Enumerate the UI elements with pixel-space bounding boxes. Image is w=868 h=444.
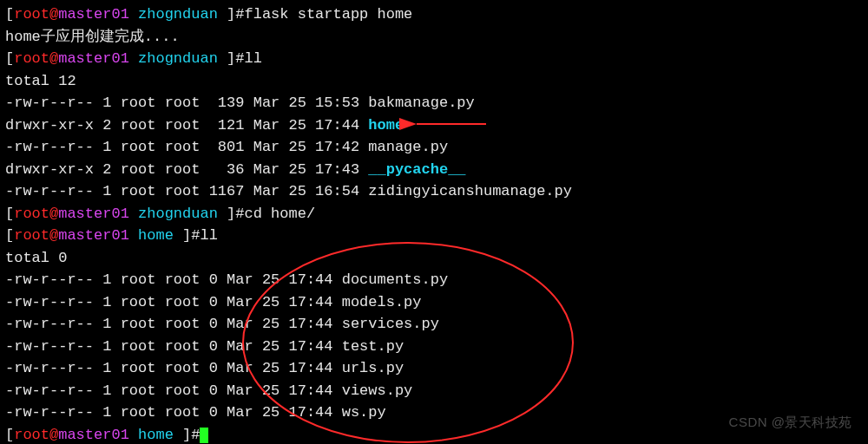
- watermark: CSDN @景天科技苑: [729, 413, 852, 433]
- prompt-dir: zhognduan: [138, 6, 218, 23]
- file-name: models.py: [342, 294, 422, 310]
- command-ll-1: ll: [244, 50, 261, 67]
- file-name: services.py: [342, 316, 439, 332]
- file-name: urls.py: [342, 360, 404, 376]
- command-startapp: flask startapp home: [244, 6, 412, 23]
- file-listing-row: -rw-r--r-- 1 root root 0 Mar 25 17:44 mo…: [5, 291, 863, 314]
- output-total-12: total 12: [5, 70, 863, 93]
- file-name: zidingyicanshumanage.py: [368, 183, 572, 199]
- prompt-line-4: [root@master01 home ]#ll: [5, 225, 863, 247]
- file-listing-row: -rw-r--r-- 1 root root 801 Mar 25 17:42 …: [5, 136, 863, 159]
- file-listing-row: -rw-r--r-- 1 root root 0 Mar 25 17:44 do…: [5, 269, 863, 291]
- file-name: bakmanage.py: [368, 95, 474, 111]
- prompt-line-2: [root@master01 zhognduan ]#ll: [5, 48, 863, 70]
- command-ll-2: ll: [200, 227, 217, 244]
- output-created: home子应用创建完成....: [5, 26, 863, 49]
- prompt-dir-home: home: [138, 227, 174, 244]
- prompt-line-1: [root@master01 zhognduan ]#flask startap…: [5, 3, 863, 26]
- prompt-user: root: [14, 6, 49, 23]
- file-listing-row: drwxr-xr-x 2 root root 121 Mar 25 17:44 …: [5, 114, 863, 137]
- file-name: __pycache__: [368, 161, 465, 178]
- file-listing-row: -rw-r--r-- 1 root root 0 Mar 25 17:44 ur…: [5, 357, 863, 380]
- file-listing-row: -rw-r--r-- 1 root root 0 Mar 25 17:44 se…: [5, 313, 863, 336]
- prompt-line-3: [root@master01 zhognduan ]#cd home/: [5, 203, 863, 225]
- file-listing-row: -rw-r--r-- 1 root root 0 Mar 25 17:44 te…: [5, 336, 863, 358]
- file-listing-row: -rw-r--r-- 1 root root 0 Mar 25 17:44 vi…: [5, 380, 863, 402]
- file-listing-row: -rw-r--r-- 1 root root 139 Mar 25 15:53 …: [5, 92, 863, 114]
- cursor[interactable]: [200, 428, 208, 443]
- file-listing-row: -rw-r--r-- 1 root root 1167 Mar 25 16:54…: [5, 180, 863, 203]
- output-total-0: total 0: [5, 247, 863, 270]
- file-name: documents.py: [342, 271, 448, 288]
- file-name: home: [368, 117, 404, 134]
- file-name: test.py: [342, 338, 404, 355]
- file-name: views.py: [342, 382, 413, 399]
- file-name: ws.py: [342, 404, 386, 421]
- prompt-host: master01: [58, 6, 129, 23]
- file-name: manage.py: [368, 139, 448, 155]
- file-listing-row: drwxr-xr-x 2 root root 36 Mar 25 17:43 _…: [5, 159, 863, 181]
- command-cd: cd home/: [244, 206, 315, 222]
